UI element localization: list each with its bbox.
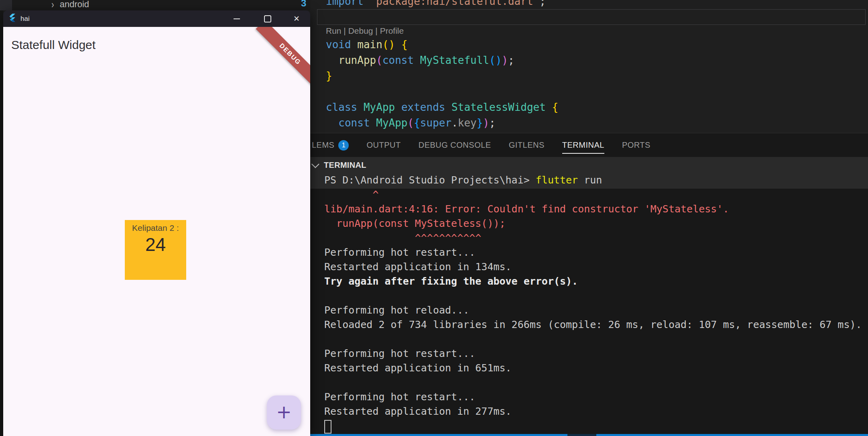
codelens-run-debug-profile[interactable]: Run | Debug | Profile	[326, 25, 868, 37]
panel-tab-debug-console[interactable]: DEBUG CONSOLE	[419, 133, 491, 157]
minimize-icon	[234, 18, 240, 19]
terminal-line: Performing hot restart...	[324, 390, 868, 404]
maximize-button[interactable]	[260, 10, 276, 27]
minimize-button[interactable]	[229, 10, 245, 27]
terminal-line: ^	[324, 187, 868, 202]
code-lines: import 'package:hai/stateful.dart';Run |…	[326, 0, 868, 131]
close-icon: ✕	[293, 14, 300, 23]
terminal-line: Restarted application in 651ms.	[324, 361, 868, 375]
terminal-cursor	[324, 420, 331, 434]
close-button[interactable]: ✕	[289, 10, 305, 27]
counter-value: 24	[145, 234, 166, 255]
code-line: }	[326, 68, 868, 84]
status-bar	[310, 434, 868, 436]
code-line	[326, 84, 868, 100]
terminal-line: Reloaded 2 of 734 libraries in 266ms (co…	[324, 318, 868, 332]
plus-icon: +	[276, 403, 292, 421]
terminal-line: Performing hot reload...	[324, 303, 868, 318]
bottom-panel: LEMS1OUTPUTDEBUG CONSOLEGITLENSTERMINALP…	[310, 133, 868, 436]
code-line: class MyApp extends StatelessWidget {	[326, 100, 868, 115]
app-content: Statefull Widget DEBUG Kelipatan 2 : 24 …	[3, 27, 310, 436]
terminal-line: Restarted application in 134ms.	[324, 260, 868, 274]
explorer-item-label: android	[60, 0, 89, 10]
fab-add-button[interactable]: +	[267, 395, 301, 430]
code-line: void main() {	[326, 37, 868, 53]
terminal-line: PS D:\Android Studio Projects\hai> flutt…	[324, 173, 868, 187]
explorer-corner-block	[0, 0, 12, 10]
panel-tab-terminal[interactable]: TERMINAL	[562, 133, 604, 157]
panel-tab-lems[interactable]: LEMS1	[312, 133, 349, 157]
flutter-app-window: hai ✕ Statefull Widget DEBUG Kelipatan 2…	[3, 10, 310, 436]
screenshot-root: › android 3 import 'package:hai/stateful…	[0, 0, 868, 436]
panel-tab-gitlens[interactable]: GITLENS	[509, 133, 545, 157]
counter-label: Kelipatan 2 :	[132, 223, 179, 233]
problems-count-badge: 1	[338, 140, 349, 151]
terminal-line: Restarted application in 277ms.	[324, 404, 868, 419]
chevron-right-icon: ›	[51, 0, 54, 10]
code-line: const MyApp({super.key});	[326, 115, 868, 131]
debug-banner: DEBUG	[256, 27, 310, 89]
panel-tab-output[interactable]: OUTPUT	[366, 133, 400, 157]
code-line: import 'package:hai/stateful.dart';	[326, 0, 868, 9]
terminal-line	[324, 289, 868, 303]
terminal-line: Performing hot restart...	[324, 245, 868, 260]
terminal-line: Try again after fixing the above error(s…	[324, 274, 868, 289]
terminal-output[interactable]: PS D:\Android Studio Projects\hai> flutt…	[324, 173, 868, 419]
terminal-line: lib/main.dart:4:16: Error: Couldn't find…	[324, 202, 868, 216]
terminal-line: Performing hot restart...	[324, 346, 868, 361]
page-title: Statefull Widget	[11, 38, 96, 52]
status-bar-segment	[567, 434, 596, 436]
explorer-item-android[interactable]: › android	[51, 0, 89, 10]
code-line: runApp(const MyStatefull());	[326, 53, 868, 68]
terminal-line	[324, 332, 868, 346]
terminal-section-header[interactable]: TERMINAL	[313, 157, 366, 173]
counter-card: Kelipatan 2 : 24	[125, 220, 186, 280]
maximize-icon	[264, 15, 271, 22]
app-titlebar[interactable]: hai ✕	[3, 10, 310, 27]
panel-tab-bar: LEMS1OUTPUTDEBUG CONSOLEGITLENSTERMINALP…	[312, 133, 650, 157]
flutter-logo-icon	[8, 14, 15, 24]
app-window-title: hai	[20, 15, 30, 23]
panel-tab-ports[interactable]: PORTS	[622, 133, 650, 157]
terminal-line: ^^^^^^^^^^^	[324, 231, 868, 245]
editor-tab-badge: 3	[301, 0, 306, 9]
vscode-left-edge	[0, 10, 3, 436]
terminal-line	[324, 375, 868, 390]
code-editor[interactable]: import 'package:hai/stateful.dart';Run |…	[310, 0, 868, 133]
code-line	[317, 9, 866, 25]
terminal-line: runApp(const MyStateless());	[324, 216, 868, 231]
vscode-explorer-strip: › android	[0, 0, 310, 10]
terminal-section-label: TERMINAL	[324, 161, 366, 170]
